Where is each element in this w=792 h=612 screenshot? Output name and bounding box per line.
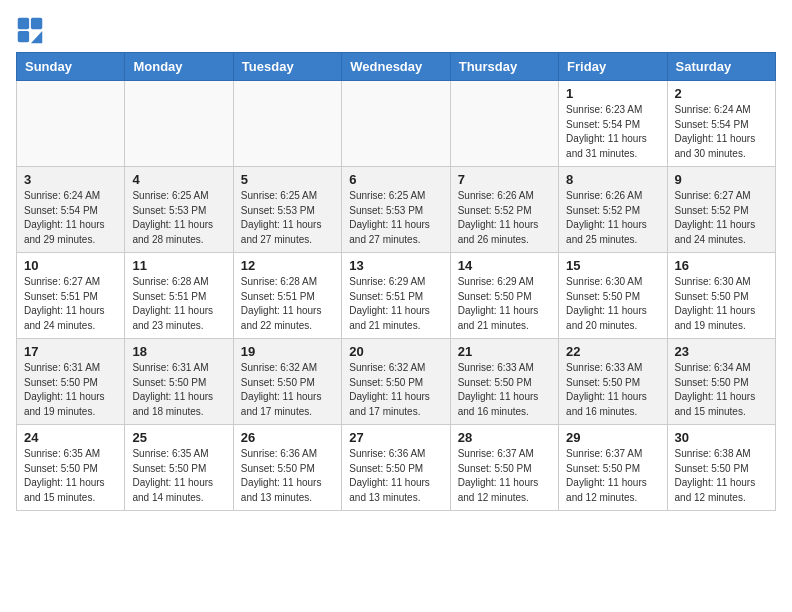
calendar-cell: 10Sunrise: 6:27 AMSunset: 5:51 PMDayligh… xyxy=(17,253,125,339)
day-number: 29 xyxy=(566,430,659,445)
day-info: Sunrise: 6:33 AMSunset: 5:50 PMDaylight:… xyxy=(566,361,659,419)
day-info: Sunrise: 6:31 AMSunset: 5:50 PMDaylight:… xyxy=(24,361,117,419)
calendar-cell: 20Sunrise: 6:32 AMSunset: 5:50 PMDayligh… xyxy=(342,339,450,425)
calendar-cell: 28Sunrise: 6:37 AMSunset: 5:50 PMDayligh… xyxy=(450,425,558,511)
calendar-cell xyxy=(125,81,233,167)
day-info: Sunrise: 6:26 AMSunset: 5:52 PMDaylight:… xyxy=(566,189,659,247)
calendar-week-row: 10Sunrise: 6:27 AMSunset: 5:51 PMDayligh… xyxy=(17,253,776,339)
day-number: 9 xyxy=(675,172,768,187)
calendar-week-row: 24Sunrise: 6:35 AMSunset: 5:50 PMDayligh… xyxy=(17,425,776,511)
day-number: 2 xyxy=(675,86,768,101)
day-info: Sunrise: 6:32 AMSunset: 5:50 PMDaylight:… xyxy=(349,361,442,419)
calendar-week-row: 1Sunrise: 6:23 AMSunset: 5:54 PMDaylight… xyxy=(17,81,776,167)
day-info: Sunrise: 6:34 AMSunset: 5:50 PMDaylight:… xyxy=(675,361,768,419)
day-info: Sunrise: 6:26 AMSunset: 5:52 PMDaylight:… xyxy=(458,189,551,247)
calendar-cell: 5Sunrise: 6:25 AMSunset: 5:53 PMDaylight… xyxy=(233,167,341,253)
weekday-header-sunday: Sunday xyxy=(17,53,125,81)
calendar-cell: 15Sunrise: 6:30 AMSunset: 5:50 PMDayligh… xyxy=(559,253,667,339)
day-info: Sunrise: 6:27 AMSunset: 5:51 PMDaylight:… xyxy=(24,275,117,333)
weekday-header-tuesday: Tuesday xyxy=(233,53,341,81)
day-number: 28 xyxy=(458,430,551,445)
day-info: Sunrise: 6:28 AMSunset: 5:51 PMDaylight:… xyxy=(241,275,334,333)
day-number: 27 xyxy=(349,430,442,445)
calendar-cell xyxy=(17,81,125,167)
weekday-header-friday: Friday xyxy=(559,53,667,81)
day-number: 30 xyxy=(675,430,768,445)
page-header xyxy=(16,16,776,44)
calendar-cell: 16Sunrise: 6:30 AMSunset: 5:50 PMDayligh… xyxy=(667,253,775,339)
calendar-cell: 3Sunrise: 6:24 AMSunset: 5:54 PMDaylight… xyxy=(17,167,125,253)
calendar-cell: 17Sunrise: 6:31 AMSunset: 5:50 PMDayligh… xyxy=(17,339,125,425)
day-info: Sunrise: 6:28 AMSunset: 5:51 PMDaylight:… xyxy=(132,275,225,333)
day-number: 3 xyxy=(24,172,117,187)
day-info: Sunrise: 6:24 AMSunset: 5:54 PMDaylight:… xyxy=(24,189,117,247)
calendar-cell: 7Sunrise: 6:26 AMSunset: 5:52 PMDaylight… xyxy=(450,167,558,253)
day-number: 7 xyxy=(458,172,551,187)
calendar-cell: 11Sunrise: 6:28 AMSunset: 5:51 PMDayligh… xyxy=(125,253,233,339)
day-number: 16 xyxy=(675,258,768,273)
day-number: 20 xyxy=(349,344,442,359)
day-info: Sunrise: 6:23 AMSunset: 5:54 PMDaylight:… xyxy=(566,103,659,161)
day-info: Sunrise: 6:37 AMSunset: 5:50 PMDaylight:… xyxy=(566,447,659,505)
day-info: Sunrise: 6:38 AMSunset: 5:50 PMDaylight:… xyxy=(675,447,768,505)
calendar-cell: 2Sunrise: 6:24 AMSunset: 5:54 PMDaylight… xyxy=(667,81,775,167)
calendar-cell: 1Sunrise: 6:23 AMSunset: 5:54 PMDaylight… xyxy=(559,81,667,167)
day-info: Sunrise: 6:25 AMSunset: 5:53 PMDaylight:… xyxy=(241,189,334,247)
calendar-cell xyxy=(233,81,341,167)
calendar-cell xyxy=(342,81,450,167)
weekday-header-wednesday: Wednesday xyxy=(342,53,450,81)
svg-rect-1 xyxy=(31,18,42,29)
day-number: 18 xyxy=(132,344,225,359)
svg-marker-3 xyxy=(31,31,42,43)
calendar-cell: 21Sunrise: 6:33 AMSunset: 5:50 PMDayligh… xyxy=(450,339,558,425)
day-info: Sunrise: 6:24 AMSunset: 5:54 PMDaylight:… xyxy=(675,103,768,161)
day-number: 4 xyxy=(132,172,225,187)
calendar-cell: 6Sunrise: 6:25 AMSunset: 5:53 PMDaylight… xyxy=(342,167,450,253)
day-number: 17 xyxy=(24,344,117,359)
calendar-cell: 23Sunrise: 6:34 AMSunset: 5:50 PMDayligh… xyxy=(667,339,775,425)
day-info: Sunrise: 6:25 AMSunset: 5:53 PMDaylight:… xyxy=(132,189,225,247)
day-number: 21 xyxy=(458,344,551,359)
day-number: 10 xyxy=(24,258,117,273)
calendar-cell: 9Sunrise: 6:27 AMSunset: 5:52 PMDaylight… xyxy=(667,167,775,253)
calendar-cell: 4Sunrise: 6:25 AMSunset: 5:53 PMDaylight… xyxy=(125,167,233,253)
calendar-cell: 22Sunrise: 6:33 AMSunset: 5:50 PMDayligh… xyxy=(559,339,667,425)
day-info: Sunrise: 6:30 AMSunset: 5:50 PMDaylight:… xyxy=(675,275,768,333)
day-number: 14 xyxy=(458,258,551,273)
weekday-header-saturday: Saturday xyxy=(667,53,775,81)
day-number: 22 xyxy=(566,344,659,359)
calendar-cell: 8Sunrise: 6:26 AMSunset: 5:52 PMDaylight… xyxy=(559,167,667,253)
day-info: Sunrise: 6:35 AMSunset: 5:50 PMDaylight:… xyxy=(132,447,225,505)
general-blue-icon xyxy=(16,16,44,44)
day-info: Sunrise: 6:36 AMSunset: 5:50 PMDaylight:… xyxy=(349,447,442,505)
day-info: Sunrise: 6:33 AMSunset: 5:50 PMDaylight:… xyxy=(458,361,551,419)
day-number: 1 xyxy=(566,86,659,101)
svg-rect-0 xyxy=(18,18,29,29)
day-number: 8 xyxy=(566,172,659,187)
calendar-cell: 19Sunrise: 6:32 AMSunset: 5:50 PMDayligh… xyxy=(233,339,341,425)
day-info: Sunrise: 6:36 AMSunset: 5:50 PMDaylight:… xyxy=(241,447,334,505)
day-number: 5 xyxy=(241,172,334,187)
day-number: 25 xyxy=(132,430,225,445)
day-number: 26 xyxy=(241,430,334,445)
day-number: 15 xyxy=(566,258,659,273)
day-info: Sunrise: 6:30 AMSunset: 5:50 PMDaylight:… xyxy=(566,275,659,333)
calendar-cell: 14Sunrise: 6:29 AMSunset: 5:50 PMDayligh… xyxy=(450,253,558,339)
day-number: 6 xyxy=(349,172,442,187)
day-number: 13 xyxy=(349,258,442,273)
day-info: Sunrise: 6:32 AMSunset: 5:50 PMDaylight:… xyxy=(241,361,334,419)
day-number: 11 xyxy=(132,258,225,273)
day-number: 24 xyxy=(24,430,117,445)
calendar-week-row: 17Sunrise: 6:31 AMSunset: 5:50 PMDayligh… xyxy=(17,339,776,425)
logo xyxy=(16,16,48,44)
calendar-cell: 18Sunrise: 6:31 AMSunset: 5:50 PMDayligh… xyxy=(125,339,233,425)
day-number: 19 xyxy=(241,344,334,359)
calendar-week-row: 3Sunrise: 6:24 AMSunset: 5:54 PMDaylight… xyxy=(17,167,776,253)
calendar-cell: 24Sunrise: 6:35 AMSunset: 5:50 PMDayligh… xyxy=(17,425,125,511)
day-info: Sunrise: 6:29 AMSunset: 5:50 PMDaylight:… xyxy=(458,275,551,333)
day-info: Sunrise: 6:27 AMSunset: 5:52 PMDaylight:… xyxy=(675,189,768,247)
weekday-header-row: SundayMondayTuesdayWednesdayThursdayFrid… xyxy=(17,53,776,81)
calendar-cell: 12Sunrise: 6:28 AMSunset: 5:51 PMDayligh… xyxy=(233,253,341,339)
weekday-header-monday: Monday xyxy=(125,53,233,81)
day-info: Sunrise: 6:25 AMSunset: 5:53 PMDaylight:… xyxy=(349,189,442,247)
